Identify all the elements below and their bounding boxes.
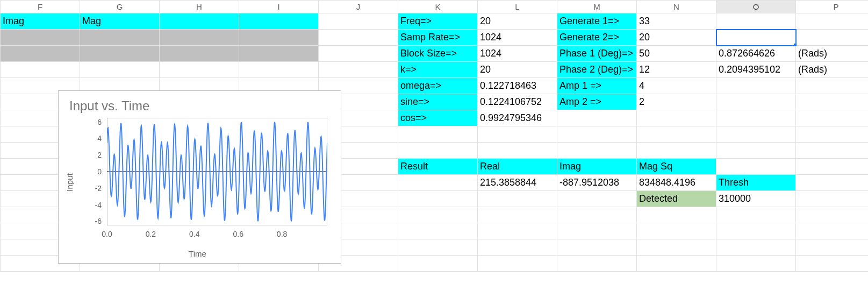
cell-F2[interactable] xyxy=(1,30,80,46)
cell-P16[interactable] xyxy=(796,256,869,272)
cell-N16[interactable] xyxy=(637,256,716,272)
cell-K10[interactable]: Result xyxy=(398,159,478,175)
cell-P8[interactable] xyxy=(796,126,869,143)
cell-K6[interactable]: sine=> xyxy=(398,94,478,110)
cell-O4[interactable]: 0.2094395102 xyxy=(716,62,796,78)
column-header-O[interactable]: O xyxy=(716,1,796,13)
cell-K5[interactable]: omega=> xyxy=(398,78,478,94)
cell-K8[interactable] xyxy=(398,126,478,143)
chart-input-vs-time[interactable]: Input vs. Time Input -6-4-20246 0.00.20.… xyxy=(58,90,341,264)
cell-J4[interactable] xyxy=(319,62,398,78)
cell-O15[interactable] xyxy=(716,239,796,256)
cell-P9[interactable] xyxy=(796,143,869,159)
cell-L3[interactable]: 1024 xyxy=(478,46,557,62)
cell-P1[interactable] xyxy=(796,13,869,30)
cell-O6[interactable] xyxy=(716,94,796,110)
column-header-P[interactable]: P xyxy=(796,1,869,13)
cell-M14[interactable] xyxy=(557,223,637,239)
cell-N11[interactable]: 834848.4196 xyxy=(637,175,716,191)
cell-G4[interactable] xyxy=(80,62,160,78)
cell-P11[interactable] xyxy=(796,175,869,191)
cell-M2[interactable]: Generate 2=> xyxy=(557,30,637,46)
cell-M1[interactable]: Generate 1=> xyxy=(557,13,637,30)
cell-N5[interactable]: 4 xyxy=(637,78,716,94)
cell-O2[interactable] xyxy=(716,30,796,46)
cell-N3[interactable]: 50 xyxy=(637,46,716,62)
cell-M8[interactable] xyxy=(557,126,637,143)
cell-P7[interactable] xyxy=(796,110,869,126)
cell-O13[interactable] xyxy=(716,207,796,223)
cell-M10[interactable]: Imag xyxy=(557,159,637,175)
cell-P13[interactable] xyxy=(796,207,869,223)
cell-G1[interactable]: Mag xyxy=(80,13,160,30)
cell-M13[interactable] xyxy=(557,207,637,223)
column-header-N[interactable]: N xyxy=(637,1,716,13)
cell-O1[interactable] xyxy=(716,13,796,30)
cell-F4[interactable] xyxy=(1,62,80,78)
column-header-F[interactable]: F xyxy=(1,1,80,13)
cell-P2[interactable] xyxy=(796,30,869,46)
cell-K3[interactable]: Block Size=> xyxy=(398,46,478,62)
cell-L14[interactable] xyxy=(478,223,557,239)
column-header-I[interactable]: I xyxy=(239,1,319,13)
cell-L15[interactable] xyxy=(478,239,557,256)
cell-K4[interactable]: k=> xyxy=(398,62,478,78)
cell-J2[interactable] xyxy=(319,30,398,46)
cell-I2[interactable] xyxy=(239,30,319,46)
cell-O7[interactable] xyxy=(716,110,796,126)
cell-M7[interactable] xyxy=(557,110,637,126)
cell-M4[interactable]: Phase 2 (Deg)=> xyxy=(557,62,637,78)
cell-P15[interactable] xyxy=(796,239,869,256)
cell-P5[interactable] xyxy=(796,78,869,94)
cell-N12[interactable]: Detected xyxy=(637,191,716,207)
cell-K2[interactable]: Samp Rate=> xyxy=(398,30,478,46)
cell-N1[interactable]: 33 xyxy=(637,13,716,30)
cell-L6[interactable]: 0.1224106752 xyxy=(478,94,557,110)
cell-P12[interactable] xyxy=(796,191,869,207)
cell-N6[interactable]: 2 xyxy=(637,94,716,110)
column-header-M[interactable]: M xyxy=(557,1,637,13)
cell-N2[interactable]: 20 xyxy=(637,30,716,46)
cell-M9[interactable] xyxy=(557,143,637,159)
cell-N15[interactable] xyxy=(637,239,716,256)
cell-M6[interactable]: Amp 2 => xyxy=(557,94,637,110)
column-header-J[interactable]: J xyxy=(319,1,398,13)
column-header-K[interactable]: K xyxy=(398,1,478,13)
cell-M15[interactable] xyxy=(557,239,637,256)
cell-L12[interactable] xyxy=(478,191,557,207)
cell-O5[interactable] xyxy=(716,78,796,94)
cell-I1[interactable] xyxy=(239,13,319,30)
cell-L4[interactable]: 20 xyxy=(478,62,557,78)
cell-M11[interactable]: -887.9512038 xyxy=(557,175,637,191)
column-header-G[interactable]: G xyxy=(80,1,160,13)
column-header-H[interactable]: H xyxy=(160,1,239,13)
cell-O8[interactable] xyxy=(716,126,796,143)
cell-N13[interactable] xyxy=(637,207,716,223)
cell-G3[interactable] xyxy=(80,46,160,62)
cell-L8[interactable] xyxy=(478,126,557,143)
cell-I3[interactable] xyxy=(239,46,319,62)
cell-H3[interactable] xyxy=(160,46,239,62)
cell-L7[interactable]: 0.9924795346 xyxy=(478,110,557,126)
cell-M5[interactable]: Amp 1 => xyxy=(557,78,637,94)
cell-K11[interactable] xyxy=(398,175,478,191)
cell-M12[interactable] xyxy=(557,191,637,207)
column-header-L[interactable]: L xyxy=(478,1,557,13)
cell-L11[interactable]: 215.3858844 xyxy=(478,175,557,191)
cell-N14[interactable] xyxy=(637,223,716,239)
cell-N4[interactable]: 12 xyxy=(637,62,716,78)
cell-F1[interactable]: Imag xyxy=(1,13,80,30)
cell-P14[interactable] xyxy=(796,223,869,239)
cell-L13[interactable] xyxy=(478,207,557,223)
cell-K12[interactable] xyxy=(398,191,478,207)
cell-F3[interactable] xyxy=(1,46,80,62)
cell-J3[interactable] xyxy=(319,46,398,62)
cell-K9[interactable] xyxy=(398,143,478,159)
cell-M3[interactable]: Phase 1 (Deg)=> xyxy=(557,46,637,62)
cell-I4[interactable] xyxy=(239,62,319,78)
cell-P6[interactable] xyxy=(796,94,869,110)
cell-G2[interactable] xyxy=(80,30,160,46)
cell-M16[interactable] xyxy=(557,256,637,272)
cell-L2[interactable]: 1024 xyxy=(478,30,557,46)
cell-K14[interactable] xyxy=(398,223,478,239)
